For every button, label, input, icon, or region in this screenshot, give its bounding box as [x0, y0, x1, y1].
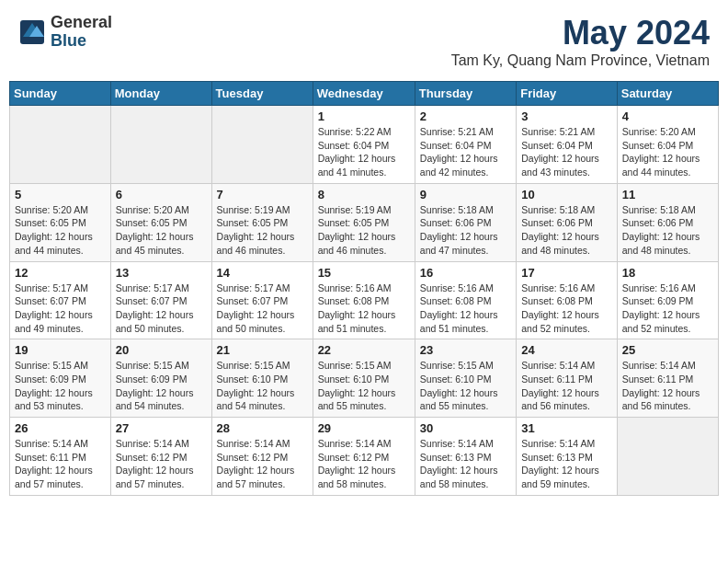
day-header-wednesday: Wednesday	[313, 82, 415, 106]
calendar-cell: 26Sunrise: 5:14 AM Sunset: 6:11 PM Dayli…	[10, 418, 111, 496]
logo-blue-text: Blue	[51, 32, 112, 51]
calendar-week-3: 12Sunrise: 5:17 AM Sunset: 6:07 PM Dayli…	[10, 261, 719, 339]
day-number: 11	[622, 188, 713, 201]
day-info: Sunrise: 5:15 AM Sunset: 6:10 PM Dayligh…	[318, 359, 410, 413]
day-header-monday: Monday	[110, 82, 211, 106]
day-info: Sunrise: 5:20 AM Sunset: 6:04 PM Dayligh…	[622, 125, 713, 179]
day-number: 14	[217, 266, 308, 280]
header: General Blue May 2024 Tam Ky, Quang Nam …	[9, 9, 719, 74]
day-info: Sunrise: 5:16 AM Sunset: 6:08 PM Dayligh…	[318, 282, 410, 336]
day-number: 26	[15, 421, 106, 435]
calendar-cell: 7Sunrise: 5:19 AM Sunset: 6:05 PM Daylig…	[211, 183, 313, 261]
logo-icon	[18, 18, 46, 46]
calendar-cell: 29Sunrise: 5:14 AM Sunset: 6:12 PM Dayli…	[313, 418, 415, 496]
day-number: 20	[116, 343, 207, 357]
calendar-cell: 24Sunrise: 5:14 AM Sunset: 6:11 PM Dayli…	[517, 339, 618, 418]
day-number: 7	[217, 188, 308, 201]
calendar-cell: 15Sunrise: 5:16 AM Sunset: 6:08 PM Dayli…	[313, 261, 415, 339]
calendar-cell	[110, 106, 211, 184]
day-number: 30	[420, 421, 511, 435]
day-header-saturday: Saturday	[617, 82, 718, 106]
day-info: Sunrise: 5:15 AM Sunset: 6:09 PM Dayligh…	[116, 359, 207, 413]
calendar-cell: 30Sunrise: 5:14 AM Sunset: 6:13 PM Dayli…	[415, 418, 516, 496]
calendar-cell: 28Sunrise: 5:14 AM Sunset: 6:12 PM Dayli…	[211, 418, 313, 496]
day-info: Sunrise: 5:19 AM Sunset: 6:05 PM Dayligh…	[318, 203, 410, 258]
location-title: Tam Ky, Quang Nam Province, Vietnam	[451, 52, 710, 69]
day-header-thursday: Thursday	[415, 82, 516, 106]
day-info: Sunrise: 5:15 AM Sunset: 6:09 PM Dayligh…	[15, 359, 106, 413]
day-number: 15	[318, 266, 410, 280]
calendar-cell: 21Sunrise: 5:15 AM Sunset: 6:10 PM Dayli…	[211, 339, 313, 418]
logo: General Blue	[18, 14, 112, 51]
calendar-cell: 13Sunrise: 5:17 AM Sunset: 6:07 PM Dayli…	[110, 261, 211, 339]
day-number: 16	[420, 266, 511, 280]
calendar-week-5: 26Sunrise: 5:14 AM Sunset: 6:11 PM Dayli…	[10, 418, 719, 496]
calendar-body: 1Sunrise: 5:22 AM Sunset: 6:04 PM Daylig…	[10, 106, 719, 496]
calendar-cell: 9Sunrise: 5:18 AM Sunset: 6:06 PM Daylig…	[415, 183, 516, 261]
title-area: May 2024 Tam Ky, Quang Nam Province, Vie…	[451, 14, 710, 69]
day-number: 9	[420, 188, 511, 201]
calendar-cell: 4Sunrise: 5:20 AM Sunset: 6:04 PM Daylig…	[617, 106, 718, 184]
day-info: Sunrise: 5:22 AM Sunset: 6:04 PM Dayligh…	[318, 125, 410, 179]
day-info: Sunrise: 5:15 AM Sunset: 6:10 PM Dayligh…	[217, 359, 308, 413]
day-number: 1	[318, 109, 410, 123]
day-info: Sunrise: 5:19 AM Sunset: 6:05 PM Dayligh…	[217, 203, 308, 258]
day-number: 5	[15, 188, 106, 201]
calendar-cell: 18Sunrise: 5:16 AM Sunset: 6:09 PM Dayli…	[617, 261, 718, 339]
day-info: Sunrise: 5:20 AM Sunset: 6:05 PM Dayligh…	[116, 203, 207, 258]
calendar-table: SundayMondayTuesdayWednesdayThursdayFrid…	[9, 81, 719, 496]
calendar-cell: 16Sunrise: 5:16 AM Sunset: 6:08 PM Dayli…	[415, 261, 516, 339]
day-info: Sunrise: 5:14 AM Sunset: 6:11 PM Dayligh…	[15, 437, 106, 491]
day-number: 10	[521, 188, 612, 201]
day-number: 18	[622, 266, 713, 280]
day-number: 2	[420, 109, 511, 123]
logo-general-text: General	[51, 14, 112, 32]
calendar-cell: 17Sunrise: 5:16 AM Sunset: 6:08 PM Dayli…	[517, 261, 618, 339]
day-number: 12	[15, 266, 106, 280]
calendar-cell: 1Sunrise: 5:22 AM Sunset: 6:04 PM Daylig…	[313, 106, 415, 184]
calendar-cell: 2Sunrise: 5:21 AM Sunset: 6:04 PM Daylig…	[415, 106, 516, 184]
day-number: 3	[521, 109, 612, 123]
day-number: 31	[521, 421, 612, 435]
calendar-cell: 27Sunrise: 5:14 AM Sunset: 6:12 PM Dayli…	[110, 418, 211, 496]
day-number: 4	[622, 109, 713, 123]
calendar-week-4: 19Sunrise: 5:15 AM Sunset: 6:09 PM Dayli…	[10, 339, 719, 418]
day-info: Sunrise: 5:16 AM Sunset: 6:08 PM Dayligh…	[521, 282, 612, 336]
calendar-cell: 23Sunrise: 5:15 AM Sunset: 6:10 PM Dayli…	[415, 339, 516, 418]
month-title: May 2024	[451, 14, 710, 52]
day-number: 21	[217, 343, 308, 357]
day-info: Sunrise: 5:17 AM Sunset: 6:07 PM Dayligh…	[116, 282, 207, 336]
day-header-sunday: Sunday	[10, 82, 111, 106]
day-info: Sunrise: 5:15 AM Sunset: 6:10 PM Dayligh…	[420, 359, 511, 413]
day-info: Sunrise: 5:16 AM Sunset: 6:09 PM Dayligh…	[622, 282, 713, 336]
day-number: 17	[521, 266, 612, 280]
calendar-week-1: 1Sunrise: 5:22 AM Sunset: 6:04 PM Daylig…	[10, 106, 719, 184]
day-number: 8	[318, 188, 410, 201]
day-info: Sunrise: 5:14 AM Sunset: 6:12 PM Dayligh…	[116, 437, 207, 491]
calendar-cell: 20Sunrise: 5:15 AM Sunset: 6:09 PM Dayli…	[110, 339, 211, 418]
day-number: 23	[420, 343, 511, 357]
calendar-cell: 31Sunrise: 5:14 AM Sunset: 6:13 PM Dayli…	[517, 418, 618, 496]
day-number: 27	[116, 421, 207, 435]
day-number: 13	[116, 266, 207, 280]
calendar-cell	[617, 418, 718, 496]
day-header-tuesday: Tuesday	[211, 82, 313, 106]
calendar-cell: 14Sunrise: 5:17 AM Sunset: 6:07 PM Dayli…	[211, 261, 313, 339]
day-info: Sunrise: 5:14 AM Sunset: 6:13 PM Dayligh…	[521, 437, 612, 491]
calendar-cell	[211, 106, 313, 184]
calendar-cell: 12Sunrise: 5:17 AM Sunset: 6:07 PM Dayli…	[10, 261, 111, 339]
day-info: Sunrise: 5:14 AM Sunset: 6:13 PM Dayligh…	[420, 437, 511, 491]
calendar-cell: 8Sunrise: 5:19 AM Sunset: 6:05 PM Daylig…	[313, 183, 415, 261]
day-number: 19	[15, 343, 106, 357]
day-header-friday: Friday	[517, 82, 618, 106]
calendar-cell: 19Sunrise: 5:15 AM Sunset: 6:09 PM Dayli…	[10, 339, 111, 418]
day-number: 22	[318, 343, 410, 357]
day-info: Sunrise: 5:17 AM Sunset: 6:07 PM Dayligh…	[217, 282, 308, 336]
calendar-cell: 22Sunrise: 5:15 AM Sunset: 6:10 PM Dayli…	[313, 339, 415, 418]
day-info: Sunrise: 5:14 AM Sunset: 6:11 PM Dayligh…	[622, 359, 713, 413]
day-number: 29	[318, 421, 410, 435]
day-number: 28	[217, 421, 308, 435]
day-info: Sunrise: 5:14 AM Sunset: 6:12 PM Dayligh…	[318, 437, 410, 491]
day-info: Sunrise: 5:21 AM Sunset: 6:04 PM Dayligh…	[521, 125, 612, 179]
calendar-week-2: 5Sunrise: 5:20 AM Sunset: 6:05 PM Daylig…	[10, 183, 719, 261]
